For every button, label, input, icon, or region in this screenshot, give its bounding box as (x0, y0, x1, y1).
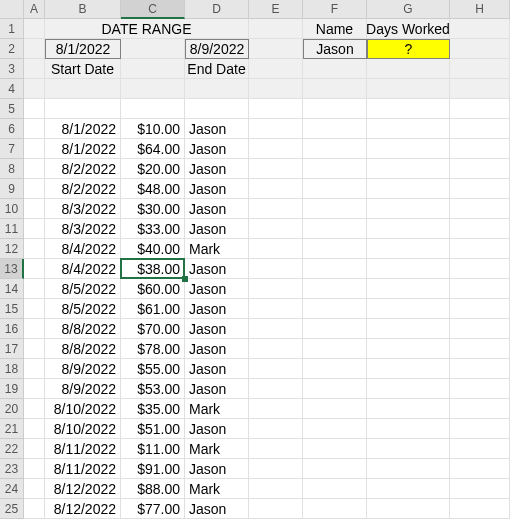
row-header-20[interactable]: 20 (0, 399, 24, 419)
row-header-18[interactable]: 18 (0, 359, 24, 379)
start-date-label[interactable]: Start Date (45, 59, 121, 79)
cell-B21[interactable]: 8/10/2022 (45, 419, 121, 439)
col-header-A[interactable]: A (24, 0, 45, 19)
cell-H15[interactable] (450, 299, 510, 319)
cell-B14[interactable]: 8/5/2022 (45, 279, 121, 299)
cell-E4[interactable] (249, 79, 303, 99)
cell-C5[interactable] (121, 99, 185, 119)
cell-G16[interactable] (367, 319, 450, 339)
cell-D8[interactable]: Jason (185, 159, 249, 179)
row-header-12[interactable]: 12 (0, 239, 24, 259)
col-header-G[interactable]: G (367, 0, 450, 19)
cell-H4[interactable] (450, 79, 510, 99)
cell-E9[interactable] (249, 179, 303, 199)
cell-D13[interactable]: Jason (185, 259, 249, 279)
row-header-16[interactable]: 16 (0, 319, 24, 339)
cell-G9[interactable] (367, 179, 450, 199)
row-header-5[interactable]: 5 (0, 99, 24, 119)
row-header-8[interactable]: 8 (0, 159, 24, 179)
cell-E13[interactable] (249, 259, 303, 279)
cell-H22[interactable] (450, 439, 510, 459)
name-header[interactable]: Name (303, 19, 367, 39)
row-header-24[interactable]: 24 (0, 479, 24, 499)
cell-E8[interactable] (249, 159, 303, 179)
cell-G6[interactable] (367, 119, 450, 139)
col-header-H[interactable]: H (450, 0, 510, 19)
cell-E1[interactable] (249, 19, 303, 39)
cell-D6[interactable]: Jason (185, 119, 249, 139)
cell-C20[interactable]: $35.00 (121, 399, 185, 419)
cell-C14[interactable]: $60.00 (121, 279, 185, 299)
cell-B13[interactable]: 8/4/2022 (45, 259, 121, 279)
cell-A24[interactable] (24, 479, 45, 499)
row-header-14[interactable]: 14 (0, 279, 24, 299)
cell-B7[interactable]: 8/1/2022 (45, 139, 121, 159)
cell-G7[interactable] (367, 139, 450, 159)
cell-H8[interactable] (450, 159, 510, 179)
cell-H13[interactable] (450, 259, 510, 279)
cell-A7[interactable] (24, 139, 45, 159)
cell-H10[interactable] (450, 199, 510, 219)
cell-D7[interactable]: Jason (185, 139, 249, 159)
cell-F24[interactable] (303, 479, 367, 499)
cell-C9[interactable]: $48.00 (121, 179, 185, 199)
cell-A15[interactable] (24, 299, 45, 319)
cell-B8[interactable]: 8/2/2022 (45, 159, 121, 179)
cell-C15[interactable]: $61.00 (121, 299, 185, 319)
row-header-22[interactable]: 22 (0, 439, 24, 459)
cell-A10[interactable] (24, 199, 45, 219)
cell-E21[interactable] (249, 419, 303, 439)
cell-F21[interactable] (303, 419, 367, 439)
cell-G21[interactable] (367, 419, 450, 439)
cell-A1[interactable] (24, 19, 45, 39)
cells-area[interactable]: DATE RANGE Name Days Worked 8/1/2022 8/9… (24, 19, 510, 519)
cell-F17[interactable] (303, 339, 367, 359)
cell-D5[interactable] (185, 99, 249, 119)
cell-F4[interactable] (303, 79, 367, 99)
cell-F10[interactable] (303, 199, 367, 219)
row-header-13[interactable]: 13 (0, 259, 24, 279)
cell-E11[interactable] (249, 219, 303, 239)
name-value[interactable]: Jason (303, 39, 367, 59)
cell-A13[interactable] (24, 259, 45, 279)
cell-D21[interactable]: Jason (185, 419, 249, 439)
cell-G19[interactable] (367, 379, 450, 399)
cell-E10[interactable] (249, 199, 303, 219)
cell-C19[interactable]: $53.00 (121, 379, 185, 399)
cell-D20[interactable]: Mark (185, 399, 249, 419)
cell-A23[interactable] (24, 459, 45, 479)
cell-B23[interactable]: 8/11/2022 (45, 459, 121, 479)
cell-H18[interactable] (450, 359, 510, 379)
cell-H11[interactable] (450, 219, 510, 239)
days-worked-value[interactable]: ? (367, 39, 450, 59)
cell-H7[interactable] (450, 139, 510, 159)
days-worked-header[interactable]: Days Worked (367, 19, 450, 39)
row-header-6[interactable]: 6 (0, 119, 24, 139)
cell-A3[interactable] (24, 59, 45, 79)
cell-D11[interactable]: Jason (185, 219, 249, 239)
cell-E6[interactable] (249, 119, 303, 139)
cell-H1[interactable] (450, 19, 510, 39)
cell-C7[interactable]: $64.00 (121, 139, 185, 159)
cell-F13[interactable] (303, 259, 367, 279)
cell-E5[interactable] (249, 99, 303, 119)
row-header-3[interactable]: 3 (0, 59, 24, 79)
col-header-C[interactable]: C (121, 0, 185, 19)
row-header-7[interactable]: 7 (0, 139, 24, 159)
cell-F9[interactable] (303, 179, 367, 199)
cell-A8[interactable] (24, 159, 45, 179)
cell-A25[interactable] (24, 499, 45, 519)
cell-D25[interactable]: Jason (185, 499, 249, 519)
cell-H16[interactable] (450, 319, 510, 339)
fill-handle[interactable] (182, 276, 188, 282)
cell-E18[interactable] (249, 359, 303, 379)
cell-D10[interactable]: Jason (185, 199, 249, 219)
cell-E23[interactable] (249, 459, 303, 479)
cell-F14[interactable] (303, 279, 367, 299)
cell-E3[interactable] (249, 59, 303, 79)
cell-E25[interactable] (249, 499, 303, 519)
col-header-E[interactable]: E (249, 0, 303, 19)
cell-E12[interactable] (249, 239, 303, 259)
cell-H12[interactable] (450, 239, 510, 259)
row-header-2[interactable]: 2 (0, 39, 24, 59)
